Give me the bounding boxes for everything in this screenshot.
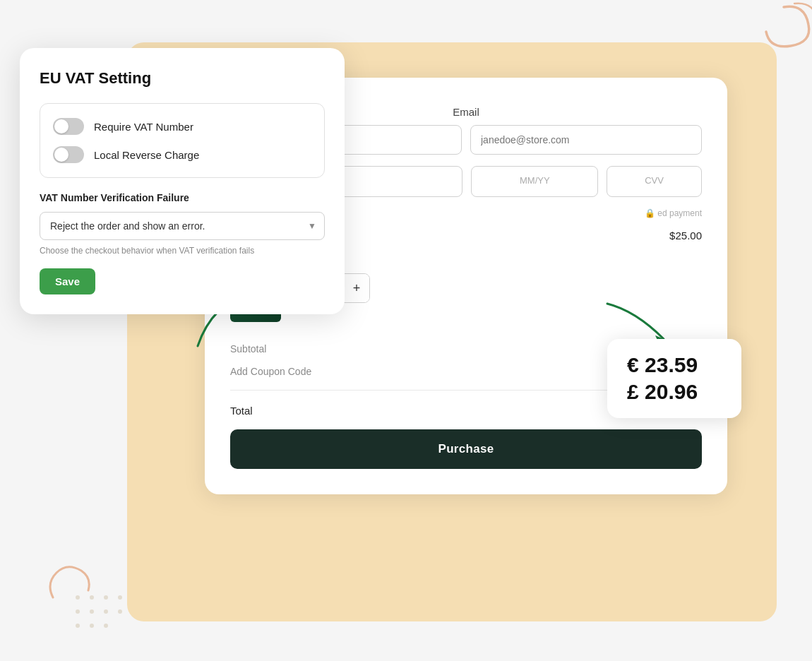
svg-point-6 <box>104 609 108 614</box>
svg-point-2 <box>104 595 108 600</box>
add-coupon-label[interactable]: Add Coupon Code <box>230 366 311 377</box>
swirl-top-icon <box>727 0 812 56</box>
local-reverse-charge-row: Local Reverse Charge <box>53 146 311 163</box>
cvv-input[interactable]: CVV <box>607 166 702 197</box>
svg-point-9 <box>90 624 94 628</box>
require-vat-label: Require VAT Number <box>94 121 193 133</box>
require-vat-toggle[interactable] <box>53 118 84 135</box>
expiry-input[interactable]: MM/YY <box>471 166 598 197</box>
svg-point-7 <box>118 609 122 614</box>
quantity-increase-button[interactable]: + <box>344 274 369 302</box>
currency-tooltip: € 23.59 £ 20.96 <box>607 339 741 418</box>
vat-modal: EU VAT Setting Require VAT Number Local … <box>20 48 345 314</box>
svg-point-1 <box>90 595 94 600</box>
total-label: Total <box>230 405 253 417</box>
local-reverse-charge-label: Local Reverse Charge <box>94 149 199 161</box>
vat-toggles-box: Require VAT Number Local Reverse Charge <box>40 103 325 178</box>
vat-select-wrap: Reject the order and show an error. Allo… <box>40 212 325 240</box>
svg-point-5 <box>90 609 94 614</box>
svg-point-8 <box>76 624 80 628</box>
email-input[interactable] <box>470 125 702 155</box>
vat-section-title: VAT Number Verification Failure <box>40 192 325 203</box>
svg-point-3 <box>118 595 122 600</box>
svg-point-10 <box>104 624 108 628</box>
svg-point-0 <box>76 595 80 600</box>
subtotal-label: Subtotal <box>230 343 266 355</box>
require-vat-row: Require VAT Number <box>53 118 311 135</box>
save-button[interactable]: Save <box>40 268 95 294</box>
gbp-price: £ 20.96 <box>627 380 722 404</box>
svg-point-4 <box>76 609 80 614</box>
local-reverse-charge-toggle[interactable] <box>53 146 84 163</box>
vat-failure-select[interactable]: Reject the order and show an error. Allo… <box>40 212 325 240</box>
dot-pattern <box>71 590 184 661</box>
vat-hint: Choose the checkout behavior when VAT ve… <box>40 246 325 256</box>
euro-price: € 23.59 <box>627 353 722 377</box>
purchase-button[interactable]: Purchase <box>230 429 702 469</box>
vat-modal-title: EU VAT Setting <box>40 69 325 88</box>
